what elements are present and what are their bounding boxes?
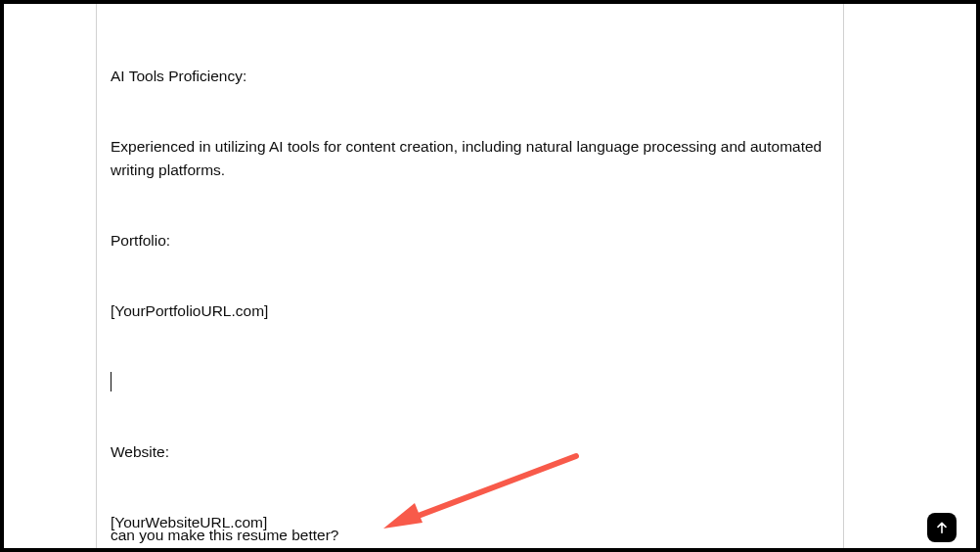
arrow-up-icon	[934, 520, 950, 535]
response-line: Website:	[111, 440, 843, 464]
submit-button[interactable]	[927, 513, 957, 542]
user-message-text: can you make this resume better?	[111, 527, 338, 544]
chat-content-area: AI Tools Proficiency: Experienced in uti…	[96, 4, 844, 548]
response-line: Portfolio:	[111, 229, 843, 253]
response-line: Experienced in utilizing AI tools for co…	[111, 135, 843, 182]
assistant-response: AI Tools Proficiency: Experienced in uti…	[111, 18, 843, 552]
response-line: AI Tools Proficiency:	[111, 65, 843, 88]
text-cursor	[111, 372, 843, 391]
response-line: [YourPortfolioURL.com]	[111, 299, 843, 323]
